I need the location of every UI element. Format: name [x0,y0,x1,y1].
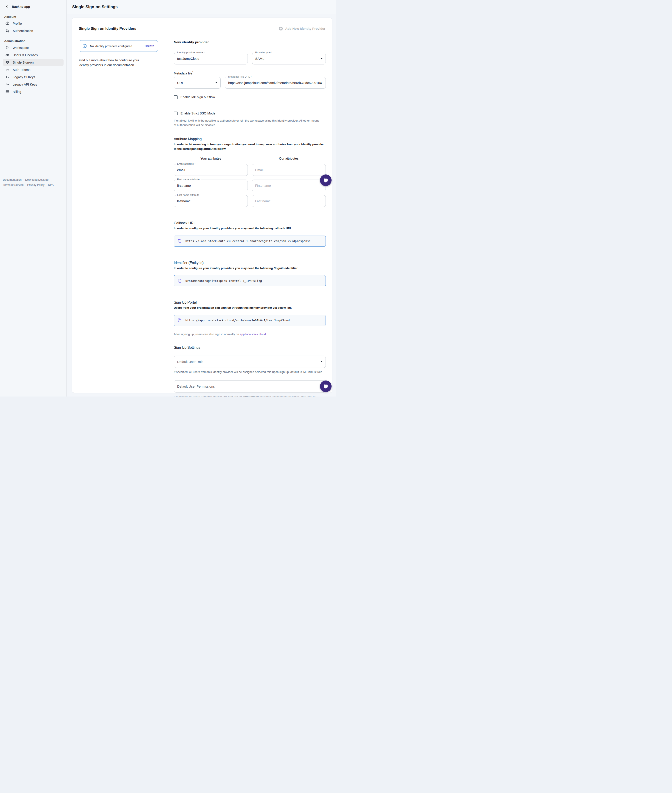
callback-url-heading: Callback URL [174,221,326,225]
firstname-attribute-label: First name attribute [176,178,201,181]
lastname-target-input[interactable] [255,199,322,203]
chevron-down-icon [215,82,218,83]
firstname-attribute-input[interactable] [177,184,245,187]
copy-icon[interactable] [178,279,182,283]
identifier-heading: Identifier (Entity Id) [174,261,326,265]
sidebar-item-single-sign-on[interactable]: Single Sign-on [3,59,64,66]
users-group-icon [5,53,10,57]
new-provider-form: New identity provider Identity provider … [174,40,326,396]
callback-url-value: https://localstack.auth.eu-central-1.ama… [186,239,311,243]
key-icon [5,82,10,87]
your-attributes-column-header: Your attributes [174,157,248,160]
sso-providers-card: Single Sign-on Identity Providers Add Ne… [72,18,332,393]
sidebar-item-authentication[interactable]: Authentication [3,27,64,34]
lastname-attribute-input[interactable] [177,199,245,203]
sidebar-item-label: Auth Tokens [13,68,30,72]
sidebar-item-workspace[interactable]: Workspace [3,44,64,51]
chat-bubble-icon [322,177,329,184]
idp-signout-label: Enable IdP sign out flow [181,95,215,99]
copy-icon[interactable] [178,239,182,244]
callback-url-copy-box: https://localstack.auth.eu-central-1.ama… [174,235,326,247]
lastname-attribute-field-wrap: Last name attribute [174,195,248,207]
email-attribute-label: Email attribute * [176,162,197,165]
strict-sso-label: Enable Strict SSO Mode [181,112,215,115]
identity-provider-name-input[interactable] [177,57,245,61]
app-localstack-link[interactable]: app.localstack.cloud [240,333,266,336]
sidebar-item-auth-tokens[interactable]: Auth Tokens [3,66,64,73]
user-key-icon [5,29,10,33]
default-user-role-select[interactable]: Default User Role [174,356,326,368]
signup-note: After signing up, users can also sign in… [174,333,326,336]
firstname-target-input[interactable] [255,184,322,187]
strict-sso-helper: If enabled, it will only be possible to … [174,119,320,127]
metadata-source-select[interactable]: URL [174,77,221,89]
firstname-target-field-wrap [252,179,326,191]
identity-provider-name-field-wrap: Identity provider name * [174,53,248,64]
sidebar-item-label: Billing [13,90,21,94]
create-provider-link[interactable]: Create [144,44,154,48]
footer-link-privacy[interactable]: Privacy Policy [27,183,45,186]
strict-sso-checkbox[interactable] [174,112,178,115]
add-identity-provider-label: Add New Identity Provider [285,27,325,30]
identifier-value: urn:amazon:cognito:sp:eu-central-1_IPnPs… [186,279,262,282]
strict-sso-checkbox-row[interactable]: Enable Strict SSO Mode [174,112,326,115]
default-user-permissions-select[interactable]: Default User Permissions [174,380,326,392]
callback-url-description: In order to configure your identity prov… [174,226,326,231]
idp-signout-checkbox[interactable] [174,95,178,99]
footer-link-dpa[interactable]: DPA [48,183,54,186]
footer-link-download-desktop[interactable]: Download Desktop [25,178,48,181]
email-target-input[interactable] [255,168,322,172]
metadata-url-field-wrap: Metadata File URL * [225,77,326,89]
sidebar-item-label: Legacy CI Keys [13,75,35,79]
lastname-target-field-wrap [252,195,326,207]
sidebar-item-label: Authentication [13,29,33,33]
lastname-attribute-label: Last name attribute [176,194,200,196]
sidebar-item-legacy-api-keys[interactable]: Legacy API Keys [3,81,64,88]
chevron-left-icon [5,5,9,8]
docs-hint-text: Find out more about how to configure you… [78,58,148,68]
attribute-mapping-description: In order to let users log in from your o… [174,142,325,151]
sidebar-item-label: Legacy API Keys [13,83,37,86]
sidebar-item-users-licenses[interactable]: Users & Licenses [3,51,64,59]
firstname-attribute-field-wrap: First name attribute [174,179,248,191]
user-circle-icon [5,21,10,26]
email-target-field-wrap [252,164,326,176]
mapping-row-firstname: First name attribute [174,179,326,191]
provider-type-select[interactable]: Provider type * SAML [252,53,326,64]
email-attribute-field-wrap: Email attribute * [174,164,248,176]
back-to-app-button[interactable]: Back to app [3,3,64,10]
card-title: Single Sign-on Identity Providers [78,26,136,30]
chat-widget-button[interactable] [320,175,331,186]
sidebar-section-account: Account [4,15,62,18]
chat-widget-button[interactable] [320,381,331,392]
copy-icon[interactable] [178,318,182,323]
footer-link-terms[interactable]: Terms of Service [3,183,24,186]
default-user-permissions-placeholder: Default User Permissions [177,384,215,388]
alert-message: No identity providers configured. [90,45,133,48]
required-asterisk: * [192,71,193,74]
sidebar-item-legacy-ci-keys[interactable]: Legacy CI Keys [3,73,64,81]
plus-circle-icon [278,26,283,31]
metadata-url-input[interactable] [228,81,322,85]
idp-signout-checkbox-row[interactable]: Enable IdP sign out flow [174,95,326,99]
footer-link-documentation[interactable]: Documentation [3,178,22,181]
add-identity-provider-button[interactable]: Add New Identity Provider [278,26,325,31]
key-icon [5,75,10,79]
sidebar-item-billing[interactable]: Billing [3,88,64,95]
metadata-file-label: Metadata file* [174,71,326,75]
default-user-role-placeholder: Default User Role [177,360,203,364]
sidebar-item-profile[interactable]: Profile [3,20,64,27]
credit-card-icon [5,90,10,94]
permissions-helper-text: If specified, all users from this identi… [174,394,326,396]
our-attributes-column-header: Our attributes [252,157,326,160]
back-to-app-label: Back to app [12,5,30,8]
email-attribute-input[interactable] [177,168,245,172]
building-icon [5,46,10,50]
provider-type-value: SAML [255,57,264,61]
identifier-description: In order to configure your identity prov… [174,266,326,271]
identifier-copy-box: urn:amazon:cognito:sp:eu-central-1_IPnPs… [174,275,326,286]
info-icon [82,44,87,48]
signup-portal-copy-box: https://app.localstack.cloud/auth/sso/1e… [174,315,326,326]
page-header: Single Sign-on Settings [67,0,336,14]
sidebar-item-label: Profile [13,22,22,25]
